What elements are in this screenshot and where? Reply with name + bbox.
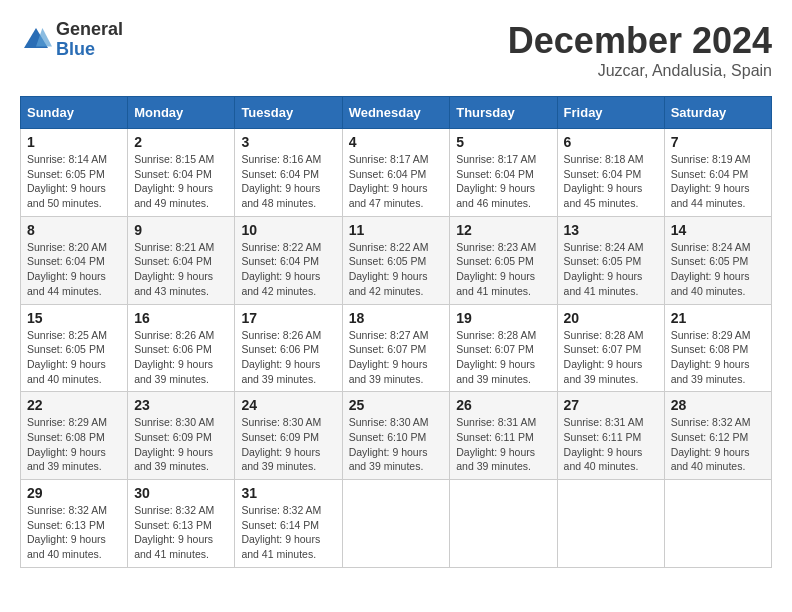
calendar-week-row: 15Sunrise: 8:25 AM Sunset: 6:05 PM Dayli… xyxy=(21,304,772,392)
day-number: 18 xyxy=(349,310,444,326)
weekday-header: Wednesday xyxy=(342,97,450,129)
calendar-cell: 3Sunrise: 8:16 AM Sunset: 6:04 PM Daylig… xyxy=(235,129,342,217)
day-info: Sunrise: 8:22 AM Sunset: 6:05 PM Dayligh… xyxy=(349,240,444,299)
day-info: Sunrise: 8:22 AM Sunset: 6:04 PM Dayligh… xyxy=(241,240,335,299)
calendar-cell: 1Sunrise: 8:14 AM Sunset: 6:05 PM Daylig… xyxy=(21,129,128,217)
calendar-week-row: 1Sunrise: 8:14 AM Sunset: 6:05 PM Daylig… xyxy=(21,129,772,217)
location-subtitle: Juzcar, Andalusia, Spain xyxy=(508,62,772,80)
weekday-header: Thursday xyxy=(450,97,557,129)
calendar-table: SundayMondayTuesdayWednesdayThursdayFrid… xyxy=(20,96,772,568)
day-info: Sunrise: 8:30 AM Sunset: 6:09 PM Dayligh… xyxy=(134,415,228,474)
calendar-cell: 17Sunrise: 8:26 AM Sunset: 6:06 PM Dayli… xyxy=(235,304,342,392)
day-info: Sunrise: 8:18 AM Sunset: 6:04 PM Dayligh… xyxy=(564,152,658,211)
calendar-cell: 18Sunrise: 8:27 AM Sunset: 6:07 PM Dayli… xyxy=(342,304,450,392)
calendar-cell: 19Sunrise: 8:28 AM Sunset: 6:07 PM Dayli… xyxy=(450,304,557,392)
day-info: Sunrise: 8:20 AM Sunset: 6:04 PM Dayligh… xyxy=(27,240,121,299)
calendar-cell: 7Sunrise: 8:19 AM Sunset: 6:04 PM Daylig… xyxy=(664,129,771,217)
day-number: 9 xyxy=(134,222,228,238)
day-info: Sunrise: 8:24 AM Sunset: 6:05 PM Dayligh… xyxy=(564,240,658,299)
logo: General Blue xyxy=(20,20,123,60)
calendar-cell: 12Sunrise: 8:23 AM Sunset: 6:05 PM Dayli… xyxy=(450,216,557,304)
calendar-cell: 10Sunrise: 8:22 AM Sunset: 6:04 PM Dayli… xyxy=(235,216,342,304)
day-number: 3 xyxy=(241,134,335,150)
day-number: 25 xyxy=(349,397,444,413)
logo-general: General xyxy=(56,20,123,40)
calendar-cell: 22Sunrise: 8:29 AM Sunset: 6:08 PM Dayli… xyxy=(21,392,128,480)
day-info: Sunrise: 8:27 AM Sunset: 6:07 PM Dayligh… xyxy=(349,328,444,387)
calendar-week-row: 22Sunrise: 8:29 AM Sunset: 6:08 PM Dayli… xyxy=(21,392,772,480)
calendar-cell: 25Sunrise: 8:30 AM Sunset: 6:10 PM Dayli… xyxy=(342,392,450,480)
calendar-week-row: 29Sunrise: 8:32 AM Sunset: 6:13 PM Dayli… xyxy=(21,480,772,568)
day-info: Sunrise: 8:30 AM Sunset: 6:10 PM Dayligh… xyxy=(349,415,444,474)
day-number: 30 xyxy=(134,485,228,501)
day-number: 20 xyxy=(564,310,658,326)
day-info: Sunrise: 8:24 AM Sunset: 6:05 PM Dayligh… xyxy=(671,240,765,299)
calendar-cell: 2Sunrise: 8:15 AM Sunset: 6:04 PM Daylig… xyxy=(128,129,235,217)
calendar-cell: 21Sunrise: 8:29 AM Sunset: 6:08 PM Dayli… xyxy=(664,304,771,392)
day-number: 19 xyxy=(456,310,550,326)
day-info: Sunrise: 8:26 AM Sunset: 6:06 PM Dayligh… xyxy=(241,328,335,387)
day-number: 28 xyxy=(671,397,765,413)
title-section: December 2024 Juzcar, Andalusia, Spain xyxy=(508,20,772,80)
day-info: Sunrise: 8:32 AM Sunset: 6:14 PM Dayligh… xyxy=(241,503,335,562)
day-info: Sunrise: 8:29 AM Sunset: 6:08 PM Dayligh… xyxy=(27,415,121,474)
day-info: Sunrise: 8:15 AM Sunset: 6:04 PM Dayligh… xyxy=(134,152,228,211)
calendar-cell: 29Sunrise: 8:32 AM Sunset: 6:13 PM Dayli… xyxy=(21,480,128,568)
day-info: Sunrise: 8:32 AM Sunset: 6:13 PM Dayligh… xyxy=(27,503,121,562)
day-number: 12 xyxy=(456,222,550,238)
calendar-cell: 28Sunrise: 8:32 AM Sunset: 6:12 PM Dayli… xyxy=(664,392,771,480)
day-number: 5 xyxy=(456,134,550,150)
month-title: December 2024 xyxy=(508,20,772,62)
logo-text: General Blue xyxy=(56,20,123,60)
calendar-cell: 30Sunrise: 8:32 AM Sunset: 6:13 PM Dayli… xyxy=(128,480,235,568)
day-number: 16 xyxy=(134,310,228,326)
day-info: Sunrise: 8:31 AM Sunset: 6:11 PM Dayligh… xyxy=(564,415,658,474)
day-number: 27 xyxy=(564,397,658,413)
calendar-cell: 15Sunrise: 8:25 AM Sunset: 6:05 PM Dayli… xyxy=(21,304,128,392)
day-info: Sunrise: 8:32 AM Sunset: 6:12 PM Dayligh… xyxy=(671,415,765,474)
calendar-cell: 5Sunrise: 8:17 AM Sunset: 6:04 PM Daylig… xyxy=(450,129,557,217)
calendar-cell xyxy=(450,480,557,568)
day-info: Sunrise: 8:28 AM Sunset: 6:07 PM Dayligh… xyxy=(456,328,550,387)
weekday-header: Sunday xyxy=(21,97,128,129)
day-number: 11 xyxy=(349,222,444,238)
calendar-cell: 23Sunrise: 8:30 AM Sunset: 6:09 PM Dayli… xyxy=(128,392,235,480)
calendar-cell xyxy=(557,480,664,568)
calendar-cell: 27Sunrise: 8:31 AM Sunset: 6:11 PM Dayli… xyxy=(557,392,664,480)
day-number: 2 xyxy=(134,134,228,150)
day-number: 7 xyxy=(671,134,765,150)
day-number: 24 xyxy=(241,397,335,413)
day-info: Sunrise: 8:31 AM Sunset: 6:11 PM Dayligh… xyxy=(456,415,550,474)
calendar-cell: 8Sunrise: 8:20 AM Sunset: 6:04 PM Daylig… xyxy=(21,216,128,304)
calendar-cell: 31Sunrise: 8:32 AM Sunset: 6:14 PM Dayli… xyxy=(235,480,342,568)
day-info: Sunrise: 8:14 AM Sunset: 6:05 PM Dayligh… xyxy=(27,152,121,211)
day-number: 23 xyxy=(134,397,228,413)
calendar-cell xyxy=(664,480,771,568)
day-info: Sunrise: 8:17 AM Sunset: 6:04 PM Dayligh… xyxy=(456,152,550,211)
weekday-header: Tuesday xyxy=(235,97,342,129)
day-number: 31 xyxy=(241,485,335,501)
day-number: 22 xyxy=(27,397,121,413)
day-info: Sunrise: 8:30 AM Sunset: 6:09 PM Dayligh… xyxy=(241,415,335,474)
calendar-cell: 9Sunrise: 8:21 AM Sunset: 6:04 PM Daylig… xyxy=(128,216,235,304)
logo-icon xyxy=(20,24,52,56)
weekday-header: Monday xyxy=(128,97,235,129)
calendar-cell: 26Sunrise: 8:31 AM Sunset: 6:11 PM Dayli… xyxy=(450,392,557,480)
calendar-cell: 11Sunrise: 8:22 AM Sunset: 6:05 PM Dayli… xyxy=(342,216,450,304)
day-number: 13 xyxy=(564,222,658,238)
day-info: Sunrise: 8:16 AM Sunset: 6:04 PM Dayligh… xyxy=(241,152,335,211)
day-number: 17 xyxy=(241,310,335,326)
calendar-header-row: SundayMondayTuesdayWednesdayThursdayFrid… xyxy=(21,97,772,129)
calendar-cell: 6Sunrise: 8:18 AM Sunset: 6:04 PM Daylig… xyxy=(557,129,664,217)
day-info: Sunrise: 8:17 AM Sunset: 6:04 PM Dayligh… xyxy=(349,152,444,211)
day-number: 4 xyxy=(349,134,444,150)
day-number: 14 xyxy=(671,222,765,238)
calendar-cell xyxy=(342,480,450,568)
logo-blue: Blue xyxy=(56,40,123,60)
day-info: Sunrise: 8:28 AM Sunset: 6:07 PM Dayligh… xyxy=(564,328,658,387)
day-info: Sunrise: 8:23 AM Sunset: 6:05 PM Dayligh… xyxy=(456,240,550,299)
calendar-cell: 13Sunrise: 8:24 AM Sunset: 6:05 PM Dayli… xyxy=(557,216,664,304)
weekday-header: Friday xyxy=(557,97,664,129)
day-info: Sunrise: 8:26 AM Sunset: 6:06 PM Dayligh… xyxy=(134,328,228,387)
calendar-cell: 24Sunrise: 8:30 AM Sunset: 6:09 PM Dayli… xyxy=(235,392,342,480)
